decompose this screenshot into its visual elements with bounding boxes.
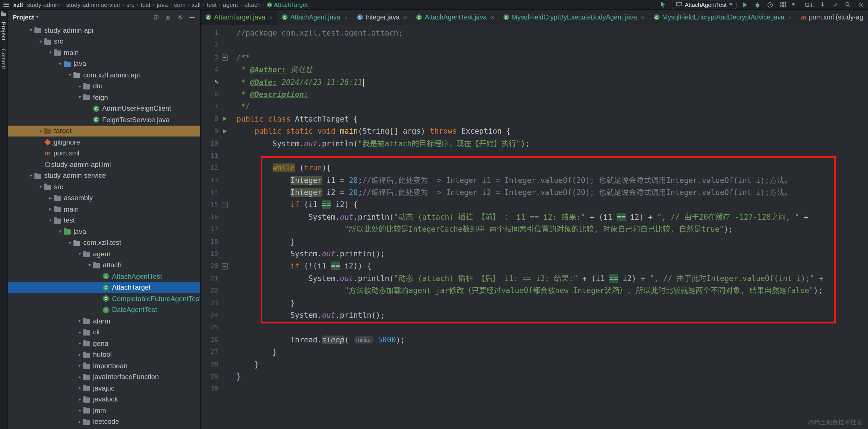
tree-item-feigntestservice-java[interactable]: CFeignTestService.java [8,114,200,125]
collapse-all-icon[interactable] [164,13,172,21]
project-panel-title[interactable]: Project [12,14,34,21]
chevron-down-icon[interactable]: ▾ [37,185,44,190]
code-editor[interactable]: 1//package com.xzll.test.agent.attach;23… [201,25,868,429]
code-line[interactable]: 3−/** [201,52,868,64]
chevron-right-icon[interactable]: ▸ [76,84,83,89]
tree-item-attachagenttest[interactable]: CAttachAgentTest [8,271,200,282]
breadcrumb-item[interactable]: com [174,1,186,8]
tree-item-javainterfacefunction[interactable]: ▸javaInterfaceFunction [8,371,200,383]
breadcrumb-current[interactable]: CAttachTarget [267,1,308,8]
breadcrumb-item[interactable]: test [141,1,150,8]
code-line[interactable]: 23 } [201,297,868,309]
code-line[interactable]: 11 [201,150,868,162]
tab-attachagent-java[interactable]: CAttachAgent.java× [277,10,352,25]
run-gutter-icon[interactable] [218,113,231,125]
tree-item-importbean[interactable]: ▸importbean [8,360,200,371]
git-commit-check-icon[interactable] [831,1,839,9]
coverage-grid-icon[interactable] [779,1,787,9]
tree-item-agent[interactable]: ▾agent [8,248,200,260]
tab-pom-xml-study-ag[interactable]: mpom.xml (study-ag× [796,10,868,25]
close-tab-icon[interactable]: × [641,14,644,20]
code-line[interactable]: 29} [201,370,868,383]
more-run-actions-icon[interactable] [792,3,795,6]
breadcrumb-item[interactable]: attach [244,1,260,8]
chevron-right-icon[interactable]: ▸ [76,319,83,324]
code-line[interactable]: 5 * @Date: 2024/4/23 11:28:11 [201,76,868,88]
fold-gutter-icon[interactable]: − [218,52,231,64]
code-line[interactable]: 26 Thread.sleep( millis: 5000); [201,334,868,346]
chevron-down-icon[interactable]: ▾ [67,240,73,245]
debug-bug-icon[interactable] [753,1,762,9]
chevron-down-icon[interactable]: ▾ [28,28,34,33]
close-tab-icon[interactable]: × [269,14,273,20]
chevron-right-icon[interactable]: ▸ [76,397,83,402]
tree-item-dateagenttest[interactable]: CDateAgentTest [8,304,200,316]
tree-item-jmm[interactable]: ▸jmm [8,405,200,416]
tool-window-button-commit[interactable]: Commit [1,49,7,69]
tree-item-cli[interactable]: ▸cli [8,327,200,338]
code-line[interactable]: 25 [201,322,868,334]
code-line[interactable]: 10 System.out.println("我是被attach的目标程序，现在… [201,137,868,150]
chevron-down-icon[interactable]: ▾ [76,252,83,257]
chevron-right-icon[interactable]: ▸ [76,419,83,424]
tree-item-completablefutureagenttest[interactable]: CCompletableFutureAgentTest [8,293,200,304]
ai-cursor-icon[interactable] [659,1,667,9]
code-line[interactable]: 13 Integer i1 = 20;//编译后,此处变为 -> Integer… [201,174,868,187]
tree-item-java[interactable]: ▾java [8,226,200,237]
settings-gear-icon[interactable] [857,1,865,9]
tab-attachagenttest-java[interactable]: CAttachAgentTest.java× [412,10,499,25]
tree-item-gitignore[interactable]: .gitignore [8,136,200,148]
project-tool-icon[interactable] [1,12,6,16]
tree-item-javajuc[interactable]: ▸javajuc [8,383,200,394]
tool-window-button-project[interactable]: Project [1,22,7,41]
chevron-down-icon[interactable]: ▾ [28,173,34,178]
tree-item-mianshi[interactable]: ▸mianshi [8,427,200,429]
chevron-down-icon[interactable]: ▾ [57,229,64,234]
tree-item-study-admin-api-iml[interactable]: study-admin-api.iml [8,159,200,170]
tab-mysqlfieldencryptanddecryptadvice-java[interactable]: CMysqlFieldEncryptAndDecryptAdvice.java× [649,10,796,25]
breadcrumb-item[interactable]: study-admin [27,1,60,8]
tab-mysqlfieldcryptbyexecutebodyagent-java[interactable]: CMysqlFieldCryptByExecuteBodyAgent.java× [499,10,649,25]
tree-item-pom-xml[interactable]: mpom.xml [8,148,200,159]
locate-file-icon[interactable] [152,13,160,21]
tree-item-com-xzll-admin-api[interactable]: ▾com.xzll.admin.api [8,69,200,80]
tree-item-hutool[interactable]: ▸hutool [8,349,200,360]
close-tab-icon[interactable]: × [404,14,407,20]
close-tab-icon[interactable]: × [344,14,348,20]
breadcrumb-item[interactable]: xzll [192,1,200,8]
code-line[interactable]: 15− if (i1 == i2) { [201,199,868,211]
fold-gutter-icon[interactable]: − [218,260,231,272]
chevron-right-icon[interactable]: ▸ [76,352,83,357]
run-configuration-widget[interactable]: AttachAgentTest [672,0,737,9]
close-tab-icon[interactable]: × [788,14,792,20]
code-line[interactable]: 6 * @Description: [201,88,868,101]
run-button[interactable] [741,1,749,9]
tree-item-main[interactable]: ▾main [8,47,200,58]
code-line[interactable]: 1//package com.xzll.test.agent.attach; [201,27,868,39]
code-line[interactable]: 7 */ [201,101,868,113]
tab-integer-java[interactable]: CInteger.java× [352,10,412,25]
chevron-down-icon[interactable]: ▾ [37,39,44,44]
tree-item-test[interactable]: ▾test [8,215,200,226]
tree-item-javalock[interactable]: ▸javalock [8,394,200,405]
tree-item-feign[interactable]: ▾feign [8,92,200,103]
tree-item-alarm[interactable]: ▸alarm [8,316,200,327]
code-line[interactable]: 20− if (!(i1 == i2)) { [201,260,868,272]
breadcrumb-item[interactable]: study-admin-service [66,1,120,8]
tree-item-dto[interactable]: ▸dto [8,80,200,92]
code-line[interactable]: 14 Integer i2 = 20;//编译后,此处变为 -> Integer… [201,187,868,199]
tree-item-leetcode[interactable]: ▸leetcode [8,416,200,427]
git-update-icon[interactable] [818,1,827,9]
chevron-right-icon[interactable]: ▸ [76,374,83,380]
panel-settings-gear-icon[interactable] [176,13,184,21]
fold-gutter-icon[interactable]: − [218,199,231,211]
tree-item-study-admin-service[interactable]: ▾study-admin-service [8,170,200,181]
run-gutter-icon[interactable] [218,125,231,137]
close-tab-icon[interactable]: × [491,14,494,20]
code-line[interactable]: 17 "所以此处的比较是IntegerCache数组中 两个相同索引位置的对象的… [201,223,868,236]
profiler-icon[interactable] [766,1,774,9]
code-line[interactable]: 2 [201,39,868,52]
chevron-right-icon[interactable]: ▸ [76,363,83,368]
tree-item-src[interactable]: ▾src [8,36,200,47]
tree-item-main[interactable]: ▸main [8,204,200,215]
